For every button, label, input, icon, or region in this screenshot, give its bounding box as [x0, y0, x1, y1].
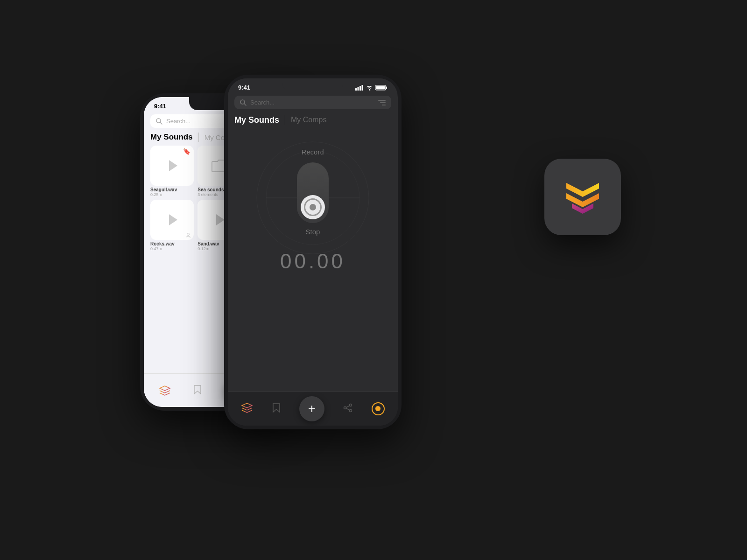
- user-icon-rocks: ₂: [186, 233, 191, 238]
- svg-point-10: [187, 233, 190, 236]
- svg-rect-23: [386, 86, 388, 89]
- search-icon-dark: [240, 99, 247, 106]
- svg-point-32: [350, 409, 352, 412]
- svg-line-9: [160, 122, 162, 124]
- status-icons-dark: [355, 85, 388, 91]
- sound-item-seagull: 🔖 Seagull.wav 0.25m: [150, 146, 194, 197]
- record-knob-ring: [304, 198, 322, 216]
- svg-rect-19: [359, 86, 361, 91]
- scene: 9:41: [93, 47, 654, 513]
- status-time-light: 9:41: [154, 103, 166, 110]
- sound-name-seagull: Seagull.wav: [150, 187, 194, 192]
- app-icon: [544, 159, 621, 235]
- tab-divider-dark: [285, 115, 285, 125]
- record-active-dot: [375, 406, 381, 411]
- record-knob: [301, 195, 325, 219]
- play-icon-rocks: [169, 214, 177, 225]
- nav-bookmark-light[interactable]: [193, 385, 202, 397]
- share-nav-icon-dark: [343, 403, 352, 413]
- sound-card-rocks[interactable]: ₂: [150, 200, 194, 240]
- search-bar-dark[interactable]: Search...: [234, 96, 391, 109]
- record-section: Record Stop 00.00: [228, 139, 398, 282]
- svg-text:₂: ₂: [190, 235, 191, 238]
- svg-rect-20: [362, 85, 363, 91]
- layers-nav-icon-light: [159, 385, 171, 396]
- svg-point-30: [350, 404, 352, 406]
- search-placeholder-dark: Search...: [250, 99, 275, 106]
- play-icon-sand: [216, 214, 225, 225]
- phone-dark-screen: 9:41: [228, 78, 398, 426]
- svg-rect-24: [376, 86, 385, 89]
- sound-meta-rocks: 0.47m: [150, 246, 194, 251]
- record-toggle[interactable]: [297, 162, 329, 223]
- tab-divider-light: [198, 133, 199, 142]
- fab-button-dark[interactable]: +: [299, 396, 324, 421]
- search-icon-light: [156, 118, 162, 125]
- record-knob-dot: [310, 204, 316, 210]
- svg-line-34: [346, 408, 350, 410]
- sound-card-seagull[interactable]: 🔖: [150, 146, 194, 186]
- svg-point-31: [344, 406, 346, 409]
- timer-display: 00.00: [280, 250, 345, 273]
- bookmark-seagull: 🔖: [183, 148, 190, 155]
- battery-icon-dark: [375, 85, 388, 91]
- user-badge-rocks: ₂: [186, 233, 191, 238]
- bookmark-nav-icon-dark: [272, 403, 281, 413]
- nav-share-dark[interactable]: [343, 403, 352, 414]
- nav-layers-dark[interactable]: [241, 403, 253, 415]
- svg-point-21: [369, 90, 370, 91]
- sound-item-rocks: ₂ Rocks.wav 0.47m: [150, 200, 194, 251]
- filter-icon-dark[interactable]: [378, 100, 386, 105]
- phone-dark: 9:41: [224, 75, 402, 429]
- svg-rect-17: [355, 88, 357, 91]
- notch-dark: [282, 78, 343, 91]
- search-placeholder-light: Search...: [166, 118, 190, 125]
- tab-my-sounds-dark[interactable]: My Sounds: [234, 115, 279, 125]
- nav-bookmark-dark[interactable]: [272, 403, 281, 415]
- svg-rect-18: [358, 87, 359, 91]
- nav-layers-light[interactable]: [159, 385, 171, 396]
- svg-line-33: [346, 406, 350, 407]
- sound-meta-seagull: 0.25m: [150, 192, 194, 197]
- app-logo-svg: [562, 178, 604, 216]
- nav-record-active-dark[interactable]: [372, 402, 385, 415]
- status-time-dark: 9:41: [238, 84, 250, 91]
- tab-my-comps-dark[interactable]: My Comps: [291, 116, 326, 124]
- tab-my-sounds-light[interactable]: My Sounds: [150, 133, 193, 142]
- play-icon-seagull: [169, 160, 177, 171]
- sound-name-rocks: Rocks.wav: [150, 241, 194, 246]
- bottom-nav-dark: +: [228, 391, 398, 426]
- wifi-icon-dark: [366, 85, 373, 91]
- svg-marker-35: [566, 183, 599, 197]
- layers-nav-icon-dark: [241, 403, 253, 413]
- svg-line-26: [244, 104, 246, 105]
- stop-label: Stop: [306, 228, 320, 236]
- signal-icon-dark: [355, 85, 363, 91]
- bookmark-nav-icon-light: [193, 385, 202, 395]
- tabs-dark: My Sounds My Comps: [228, 112, 398, 130]
